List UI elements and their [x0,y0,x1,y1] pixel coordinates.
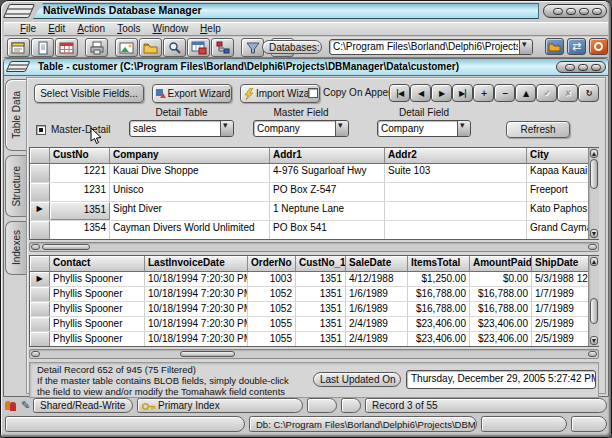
cell[interactable]: Kauai Dive Shoppe [110,164,270,182]
tab-structure[interactable]: Structure [5,155,26,217]
column-header[interactable]: Contact [50,256,145,272]
cell[interactable]: Phyllis Spooner [50,317,145,331]
cell[interactable]: 2/5/1989 [532,332,590,346]
cell[interactable]: 2/4/1989 [346,332,408,346]
open-folder-button[interactable] [139,38,162,57]
cell[interactable]: $1,250.00 [408,272,470,286]
menu-item-tools[interactable]: Tools [111,23,146,34]
scroll-right-icon[interactable] [588,351,597,357]
detail-grid-horizontal-scrollbar[interactable] [29,349,599,359]
cell[interactable]: 10/18/1994 7:20:30 PM [145,317,248,331]
cell[interactable]: $23,406.00 [470,332,532,346]
cell[interactable]: 1/6/1989 [346,302,408,316]
nav-prior-button[interactable]: ◀ [410,84,431,102]
scroll-left-icon[interactable] [31,244,40,250]
nav-cancel-button[interactable]: ✘ [557,84,578,102]
column-header[interactable]: Company [110,148,270,164]
chevron-down-icon[interactable] [335,121,348,136]
scrollbar-thumb[interactable] [42,244,90,250]
column-header[interactable]: AmountPaid [470,256,532,272]
menu-item-help[interactable]: Help [194,23,227,34]
column-header[interactable]: CustNo_1 [296,256,346,272]
cell[interactable]: 1221 [50,164,110,182]
menu-item-edit[interactable]: Edit [42,23,71,34]
filter-button[interactable] [241,38,264,57]
cell[interactable]: Grand Cayman [527,221,589,239]
cell[interactable]: Freeport [527,183,589,201]
refresh-database-button[interactable]: ⇄ [567,38,586,55]
table-window-control-button[interactable] [565,64,575,71]
master-grid-vertical-scrollbar[interactable] [588,148,599,239]
cell[interactable]: Phyllis Spooner [50,332,145,346]
cell[interactable]: Unisco [110,183,270,201]
cell[interactable]: Kato Paphos [527,202,589,220]
cell[interactable]: $16,788.00 [470,287,532,301]
table-button[interactable] [55,38,78,57]
column-header[interactable]: Addr1 [270,148,385,164]
scroll-up-icon[interactable] [590,257,598,266]
cell[interactable]: 1/7/1989 [532,287,590,301]
cell[interactable] [385,202,527,220]
nav-insert-button[interactable]: + [473,84,494,102]
scroll-down-icon[interactable] [590,336,598,345]
cell[interactable]: 10/18/1994 7:20:30 PM [145,332,248,346]
table-row[interactable]: Phyllis Spooner10/18/1994 7:20:30 PM1052… [30,287,598,302]
cell[interactable]: 1052 [248,302,296,316]
cell[interactable]: 1003 [248,272,296,286]
scroll-left-icon[interactable] [31,351,40,357]
column-header[interactable]: OrderNo [248,256,296,272]
export-wizard-button[interactable]: Export Wizard [152,84,232,103]
column-header[interactable]: Addr2 [385,148,527,164]
table-row[interactable]: 1354Cayman Divers World UnlimitedPO Box … [30,221,598,240]
cell[interactable]: 1052 [248,287,296,301]
cell[interactable]: PO Box Z-547 [270,183,385,201]
nav-first-button[interactable]: |◀ [389,84,410,102]
cell[interactable]: $23,406.00 [408,332,470,346]
cell[interactable]: 4/12/1988 [346,272,408,286]
table-row[interactable]: Phyllis Spooner10/18/1994 7:20:30 PM1055… [30,317,598,332]
cell[interactable]: Phyllis Spooner [50,302,145,316]
nav-delete-button[interactable]: − [494,84,515,102]
query-table-button[interactable] [187,38,210,57]
table-row[interactable]: Phyllis Spooner10/18/1994 7:20:30 PM1055… [30,332,598,347]
cell[interactable]: 1351 [296,302,346,316]
cell[interactable]: PO Box 541 [270,221,385,239]
select-visible-fields-button[interactable]: Select Visible Fields... [34,84,144,103]
close-database-button[interactable] [589,38,608,55]
column-header[interactable]: SaleDate [346,256,408,272]
tab-indexes[interactable]: Indexes [5,221,26,275]
menu-item-file[interactable]: File [14,23,42,34]
scroll-up-icon[interactable] [590,149,598,158]
detail-table-combo[interactable]: sales [129,120,234,137]
open-database-button[interactable] [545,38,564,55]
master-detail-checkbox[interactable] [36,125,46,135]
search-button[interactable] [163,38,186,57]
database-path-combo[interactable]: C:\Program Files\Borland\Delphi6\Project… [329,39,533,55]
cell[interactable]: 1351 [296,332,346,346]
cell[interactable]: $23,406.00 [470,317,532,331]
field-tree-button[interactable] [211,38,234,57]
cell[interactable]: 1351 [296,272,346,286]
refresh-button[interactable]: Refresh [506,121,570,138]
table-row[interactable]: ▶1351Sight Diver1 Neptune LaneKato Papho… [30,202,598,221]
cell[interactable] [385,183,527,201]
nav-refresh-button[interactable]: ↻ [578,84,599,102]
title-bar[interactable]: NativeWinds Database Manager [3,2,609,21]
cell[interactable]: 4-976 Sugarloaf Hwy [270,164,385,182]
cell[interactable]: 10/18/1994 7:20:30 PM [145,272,248,286]
resize-grip[interactable] [571,416,607,432]
cell[interactable]: $16,788.00 [470,302,532,316]
cell[interactable]: $23,406.00 [408,317,470,331]
cell[interactable]: 2/5/1989 [532,317,590,331]
table-row[interactable]: Phyllis Spooner10/18/1994 7:20:30 PM1052… [30,302,598,317]
chevron-down-icon[interactable] [457,121,470,136]
column-header[interactable]: CustNo [50,148,110,164]
table-window-control-button[interactable] [591,64,601,71]
tab-table-data[interactable]: Table Data [5,79,26,151]
cell[interactable]: 1055 [248,317,296,331]
cell[interactable]: 1351 [50,202,110,220]
scroll-down-icon[interactable] [590,229,598,238]
scrollbar-thumb[interactable] [590,159,598,189]
master-grid-horizontal-scrollbar[interactable] [29,242,599,252]
nav-post-button[interactable]: ✔ [536,84,557,102]
